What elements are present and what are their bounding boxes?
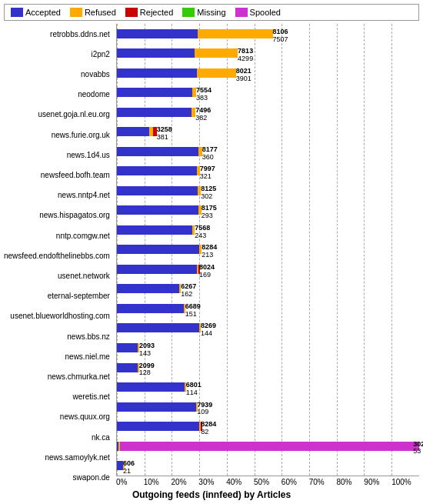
bar-row: 80213901 [117, 67, 419, 79]
legend-item: Accepted [11, 8, 61, 17]
bar-row: 8125302 [117, 185, 419, 197]
y-label: news.nntp4.net [4, 189, 113, 202]
bar-row: 6689151 [117, 302, 419, 315]
y-label: nk.ca [4, 430, 113, 444]
bar-value-label: 7997321 [200, 165, 215, 181]
bar-row: 81067507 [117, 28, 419, 40]
y-label: nntp.comgw.net [4, 229, 113, 242]
x-axis-label: 70% [309, 478, 337, 486]
bar-container: 2093143 [117, 342, 419, 353]
bar-container: 7939109 [117, 402, 419, 412]
bar-segment-accepted [117, 225, 192, 235]
legend-label: Missing [197, 8, 225, 17]
legend-item: Missing [182, 8, 225, 17]
bars-and-values: 8106750778134299802139017554383749638232… [116, 24, 419, 488]
bar-value-label: 2093143 [139, 342, 155, 358]
chart-title: Outgoing feeds (innfeed) by Articles [4, 489, 419, 500]
bar-container: 8284213 [117, 244, 419, 255]
bar-segment-accepted [117, 166, 197, 175]
y-label: news.hispagatos.org [4, 209, 113, 222]
bar-container: 8175293 [117, 205, 419, 215]
bar-container: 3258381 [117, 126, 419, 137]
bar-container: 7496382 [117, 107, 419, 118]
bar-row: 828482 [117, 420, 419, 432]
x-axis-label: 80% [337, 478, 365, 486]
y-label: swapon.de [4, 471, 113, 485]
bar-container: 8024169 [117, 264, 419, 275]
bar-container: 80213901 [117, 68, 419, 78]
y-label: usenet.goja.nl.eu.org [4, 108, 113, 122]
bar-segment-accepted [117, 108, 192, 117]
x-axis-label: 20% [172, 478, 199, 486]
bar-segment-accepted [117, 265, 197, 274]
bar-container: 6689151 [117, 303, 419, 314]
x-axis-label: 0% [116, 478, 144, 486]
bar-row: 8024169 [117, 263, 419, 275]
bar-container: 828482 [117, 421, 419, 432]
bar-row: 7997321 [117, 165, 419, 177]
bar-value-label: 7496382 [195, 107, 211, 122]
bar-segment-accepted [117, 422, 200, 431]
bar-value-label: 8177360 [202, 146, 218, 162]
bar-row: 6267162 [117, 282, 419, 295]
bar-row: 8175293 [117, 204, 419, 216]
bar-value-label: 6801114 [186, 382, 202, 397]
bar-segment-accepted [117, 205, 198, 215]
x-axis-label: 100% [391, 478, 419, 486]
bar-value-label: 60621 [123, 460, 135, 476]
chart-container: AcceptedRefusedRejectedMissingSpooled re… [0, 0, 423, 504]
bar-segment-accepted [117, 127, 149, 136]
y-label: news.samoylyk.net [4, 450, 113, 464]
bar-container: 8269144 [117, 322, 419, 333]
bar-value-label: 81067507 [273, 28, 288, 44]
x-axis-label: 30% [198, 478, 226, 486]
chart-area: retrobbs.ddns.neti2pn2novabbsneodomeusen… [4, 24, 419, 488]
bar-container: 8125302 [117, 185, 419, 196]
legend-color-box [70, 8, 82, 17]
x-axis-label: 60% [281, 478, 309, 486]
bar-segment-accepted [117, 323, 199, 332]
bar-segment-accepted [117, 68, 197, 78]
bar-segment-accepted [117, 284, 179, 293]
legend-label: Spooled [250, 8, 281, 17]
bar-segment-spooled [120, 442, 419, 451]
y-label: news.bbs.nz [4, 329, 113, 343]
bar-row: 2099128 [117, 362, 419, 374]
bar-container: 78134299 [117, 48, 419, 58]
x-axis-label: 10% [144, 478, 172, 486]
bar-container: 3028353 [117, 441, 419, 452]
bar-row: 8177360 [117, 145, 419, 158]
bar-container: 7568243 [117, 225, 419, 235]
y-label: neodome [4, 88, 113, 102]
bar-value-label: 828482 [201, 421, 216, 436]
y-label: usenet.network [4, 269, 113, 283]
y-label: news.1d4.us [4, 148, 113, 162]
legend-label: Refused [85, 8, 116, 17]
bar-container: 2099128 [117, 362, 419, 373]
bars-area: 8106750778134299802139017554383749638232… [116, 24, 419, 476]
y-label: newsfeed.bofh.team [4, 169, 113, 182]
bar-segment-accepted [117, 343, 138, 352]
bar-container: 81067507 [117, 28, 419, 39]
bar-segment-accepted [117, 186, 198, 195]
bar-row: 7554383 [117, 86, 419, 98]
bar-row: 78134299 [117, 47, 419, 59]
y-label: news.quux.org [4, 410, 113, 424]
bar-row: 7939109 [117, 401, 419, 413]
bar-container: 6267162 [117, 283, 419, 294]
y-label: news.furie.org.uk [4, 128, 113, 142]
y-label: eternal-september [4, 289, 113, 303]
legend-color-box [235, 8, 248, 17]
bar-value-label: 8125302 [201, 185, 216, 201]
bar-value-label: 2099128 [139, 362, 155, 378]
bar-row: 7568243 [117, 224, 419, 236]
bar-row: 7496382 [117, 106, 419, 118]
bar-segment-accepted [117, 245, 200, 254]
bar-container: 6801114 [117, 382, 419, 392]
legend-item: Refused [70, 8, 116, 17]
bar-segment-refused [198, 29, 272, 38]
bar-value-label: 3258381 [157, 126, 172, 142]
y-label: weretis.net [4, 390, 113, 404]
bar-value-label: 6689151 [185, 303, 201, 319]
bar-value-label: 8024169 [199, 264, 215, 279]
